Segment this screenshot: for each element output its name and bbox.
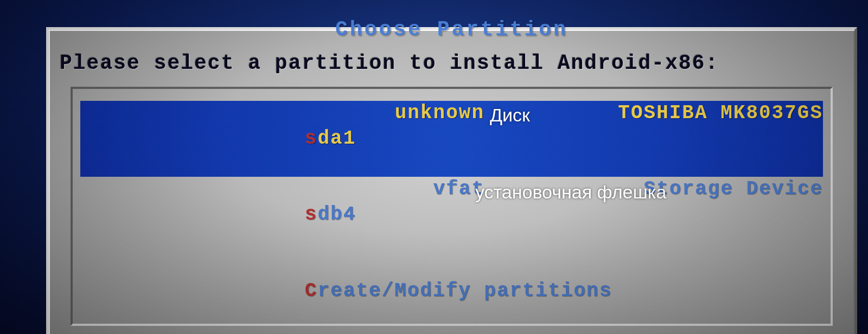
annotation-disk: Диск bbox=[490, 103, 530, 127]
hotkey: s bbox=[305, 203, 318, 226]
device-model: TOSHIBA MK8037GS bbox=[490, 101, 823, 126]
dialog-prompt: Please select a partition to install And… bbox=[60, 52, 719, 75]
partition-name: da1 bbox=[317, 127, 356, 150]
partition-name: db4 bbox=[317, 203, 356, 226]
partition-row-sdb4[interactable]: sdb4 vfat Storage Device установочная фл… bbox=[80, 177, 823, 253]
hotkey: s bbox=[305, 127, 318, 150]
filesystem: vfat bbox=[365, 177, 490, 202]
action-create-modify[interactable]: Create/Modify partitions bbox=[80, 253, 823, 329]
annotation-usb: установочная флешка bbox=[475, 180, 666, 204]
hotkey: C bbox=[305, 280, 318, 302]
action-label: reate/Modify partitions bbox=[317, 280, 612, 302]
action-detect-devices[interactable]: Detect devices bbox=[80, 329, 823, 334]
partition-row-sda1[interactable]: sda1 unknown TOSHIBA MK8037GS Диск bbox=[80, 101, 823, 177]
dialog-title: Choose Partition bbox=[330, 18, 573, 41]
partition-dialog: Choose Partition Please select a partiti… bbox=[46, 27, 857, 334]
filesystem: unknown bbox=[365, 101, 490, 126]
partition-list: sda1 unknown TOSHIBA MK8037GS Диск sdb4 … bbox=[71, 87, 833, 326]
